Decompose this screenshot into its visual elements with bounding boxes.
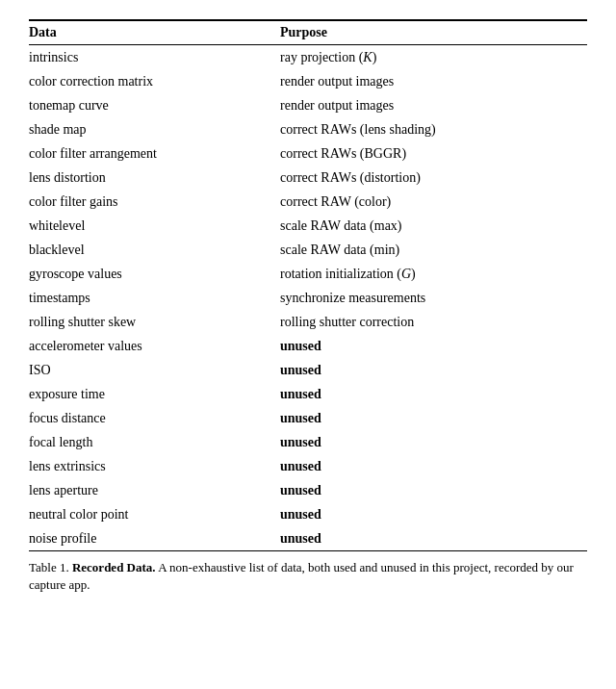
data-cell: focus distance bbox=[29, 406, 280, 430]
data-table: Data Purpose intrinsicsray projection (K… bbox=[29, 19, 587, 551]
table-row: shade mapcorrect RAWs (lens shading) bbox=[29, 117, 587, 141]
table-row: tonemap curverender output images bbox=[29, 93, 587, 117]
table-row: blacklevelscale RAW data (min) bbox=[29, 238, 587, 262]
purpose-cell: render output images bbox=[280, 69, 587, 93]
table-row: accelerometer valuesunused bbox=[29, 334, 587, 358]
data-cell: exposure time bbox=[29, 382, 280, 406]
data-cell: whitelevel bbox=[29, 214, 280, 238]
table-row: lens apertureunused bbox=[29, 478, 587, 502]
purpose-cell: correct RAWs (distortion) bbox=[280, 166, 587, 190]
data-cell: tonemap curve bbox=[29, 93, 280, 117]
data-cell: lens extrinsics bbox=[29, 454, 280, 478]
purpose-cell: unused bbox=[280, 526, 587, 551]
table-row: focus distanceunused bbox=[29, 406, 587, 430]
data-cell: color filter arrangement bbox=[29, 141, 280, 166]
table-header-row: Data Purpose bbox=[29, 20, 587, 45]
purpose-cell: render output images bbox=[280, 93, 587, 117]
data-cell: neutral color point bbox=[29, 502, 280, 526]
purpose-cell: unused bbox=[280, 358, 587, 382]
table-row: whitelevelscale RAW data (max) bbox=[29, 214, 587, 238]
data-cell: color correction matrix bbox=[29, 69, 280, 93]
data-cell: gyroscope values bbox=[29, 262, 280, 286]
column-header-purpose: Purpose bbox=[280, 20, 587, 45]
column-header-data: Data bbox=[29, 20, 280, 45]
data-cell: timestamps bbox=[29, 286, 280, 310]
data-cell: lens aperture bbox=[29, 478, 280, 502]
purpose-cell: ray projection (K) bbox=[280, 45, 587, 70]
data-cell: intrinsics bbox=[29, 45, 280, 70]
purpose-cell: rotation initialization (G) bbox=[280, 262, 587, 286]
caption-table-ref: Table 1. bbox=[29, 560, 69, 574]
purpose-cell: rolling shutter correction bbox=[280, 310, 587, 334]
data-cell: noise profile bbox=[29, 526, 280, 551]
table-row: color filter gainscorrect RAW (color) bbox=[29, 190, 587, 214]
purpose-cell: unused bbox=[280, 382, 587, 406]
data-cell: lens distortion bbox=[29, 166, 280, 190]
table-row: gyroscope valuesrotation initialization … bbox=[29, 262, 587, 286]
data-cell: blacklevel bbox=[29, 238, 280, 262]
table-row: ISOunused bbox=[29, 358, 587, 382]
table-row: color filter arrangementcorrect RAWs (BG… bbox=[29, 141, 587, 166]
purpose-cell: unused bbox=[280, 478, 587, 502]
table-row: rolling shutter skewrolling shutter corr… bbox=[29, 310, 587, 334]
data-cell: accelerometer values bbox=[29, 334, 280, 358]
table-row: lens distortioncorrect RAWs (distortion) bbox=[29, 166, 587, 190]
table-container: Data Purpose intrinsicsray projection (K… bbox=[29, 19, 587, 594]
table-row: noise profileunused bbox=[29, 526, 587, 551]
purpose-cell: correct RAWs (lens shading) bbox=[280, 117, 587, 141]
purpose-cell: unused bbox=[280, 334, 587, 358]
table-row: exposure timeunused bbox=[29, 382, 587, 406]
table-caption: Table 1. Recorded Data. A non-exhaustive… bbox=[29, 559, 587, 594]
purpose-cell: unused bbox=[280, 406, 587, 430]
purpose-cell: unused bbox=[280, 502, 587, 526]
data-cell: focal length bbox=[29, 430, 280, 454]
table-row: intrinsicsray projection (K) bbox=[29, 45, 587, 70]
data-cell: rolling shutter skew bbox=[29, 310, 280, 334]
purpose-cell: unused bbox=[280, 430, 587, 454]
table-row: focal lengthunused bbox=[29, 430, 587, 454]
data-cell: color filter gains bbox=[29, 190, 280, 214]
purpose-cell: unused bbox=[280, 454, 587, 478]
purpose-cell: scale RAW data (min) bbox=[280, 238, 587, 262]
purpose-cell: scale RAW data (max) bbox=[280, 214, 587, 238]
purpose-cell: correct RAWs (BGGR) bbox=[280, 141, 587, 166]
table-row: color correction matrixrender output ima… bbox=[29, 69, 587, 93]
purpose-cell: correct RAW (color) bbox=[280, 190, 587, 214]
purpose-cell: synchronize measurements bbox=[280, 286, 587, 310]
table-row: neutral color pointunused bbox=[29, 502, 587, 526]
data-cell: shade map bbox=[29, 117, 280, 141]
table-row: lens extrinsicsunused bbox=[29, 454, 587, 478]
caption-bold-title: Recorded Data. bbox=[72, 560, 156, 574]
table-row: timestampssynchronize measurements bbox=[29, 286, 587, 310]
data-cell: ISO bbox=[29, 358, 280, 382]
caption-label: Table 1. Recorded Data. A non-exhaustive… bbox=[29, 560, 574, 592]
